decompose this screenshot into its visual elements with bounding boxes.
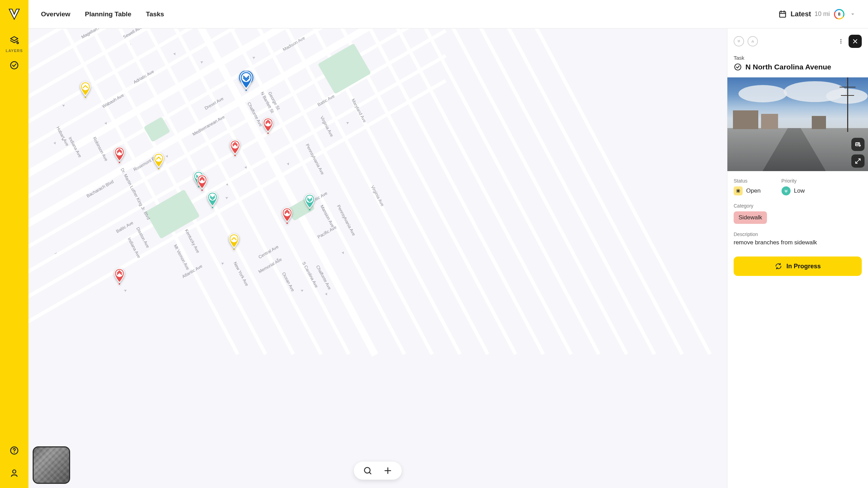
map-pin[interactable] — [228, 233, 240, 249]
photo-expand-button[interactable] — [851, 154, 865, 168]
svg-point-0 — [11, 62, 18, 69]
svg-rect-3 — [779, 11, 785, 17]
map-pin[interactable] — [114, 146, 125, 162]
description-label: Description — [734, 232, 862, 237]
photo-swap-button[interactable] — [851, 138, 865, 151]
next-task-button[interactable] — [748, 36, 758, 47]
layers-label: LAYERS — [6, 49, 23, 53]
tasks-layer-toggle[interactable] — [9, 60, 19, 70]
profile-icon[interactable] — [9, 468, 19, 478]
prev-task-button[interactable] — [734, 36, 744, 47]
calendar-icon — [778, 10, 787, 19]
description-text: remove branches from sidewalk — [734, 239, 862, 246]
nav-tabs: Overview Planning Table Tasks — [41, 10, 164, 18]
layers-icon[interactable] — [9, 35, 19, 45]
refresh-icon — [775, 262, 782, 270]
priority-value[interactable]: Low — [782, 186, 805, 195]
street-label: Pacific Ave — [317, 225, 337, 240]
map-pin[interactable] — [153, 153, 165, 168]
tab-planning-table[interactable]: Planning Table — [85, 10, 132, 18]
map-canvas[interactable]: ➤➤➤➤➤➤➤➤➤➤➤➤➤➤➤➤➤➤➤➤➤➤➤➤ Wabash AveAdria… — [28, 28, 727, 488]
category-chip[interactable]: Sidewalk — [734, 211, 767, 224]
in-progress-button[interactable]: In Progress — [734, 256, 862, 276]
top-header: Overview Planning Table Tasks Latest 10 … — [28, 0, 868, 28]
priority-icon — [782, 186, 791, 195]
status-value[interactable]: Open — [734, 186, 761, 195]
street-label: Virginia Ave — [370, 185, 385, 207]
chevron-down-icon[interactable] — [850, 11, 856, 17]
map-toolbar — [354, 462, 402, 480]
sidebar-rail: LAYERS — [0, 0, 28, 488]
svg-point-7 — [155, 154, 162, 162]
street-label: Baltic Ave — [115, 220, 134, 234]
status-icon — [734, 186, 743, 195]
svg-point-13 — [242, 73, 251, 82]
svg-point-12 — [240, 71, 252, 84]
svg-point-15 — [231, 235, 238, 242]
map-pin[interactable] — [239, 71, 253, 90]
task-section-label: Task — [734, 55, 862, 61]
street-label: Dr. Martin Luther King Jr. Blvd — [120, 167, 151, 220]
date-label: Latest — [791, 10, 811, 18]
tab-tasks[interactable]: Tasks — [146, 10, 164, 18]
task-detail-panel: Task N North Carolina Avenue — [727, 28, 868, 488]
main-area: Overview Planning Table Tasks Latest 10 … — [28, 0, 868, 488]
task-photo[interactable] — [727, 77, 868, 171]
map-pin[interactable] — [207, 192, 218, 207]
map-style-toggle[interactable] — [33, 446, 70, 484]
priority-label: Priority — [782, 178, 805, 184]
street-label: Kentucky Ave — [184, 228, 201, 254]
svg-point-21 — [841, 43, 842, 44]
task-count-badge[interactable]: 8 — [834, 9, 844, 19]
task-title: N North Carolina Avenue — [745, 63, 831, 71]
svg-point-20 — [841, 41, 842, 42]
map-pin[interactable] — [196, 174, 208, 190]
map-add-button[interactable] — [383, 466, 393, 476]
svg-point-22 — [735, 64, 741, 70]
category-label: Category — [734, 203, 862, 209]
map-pin[interactable] — [304, 194, 316, 209]
more-options-button[interactable] — [837, 36, 845, 47]
app-logo[interactable] — [7, 7, 22, 22]
map-search-button[interactable] — [363, 466, 373, 476]
map-pin[interactable] — [114, 268, 125, 283]
street-label: Hobart Ave — [56, 126, 70, 147]
map-pin[interactable] — [229, 140, 241, 155]
street-label: Indiana Ave — [127, 237, 142, 259]
help-icon[interactable] — [9, 446, 19, 455]
status-label: Status — [734, 178, 761, 184]
svg-point-19 — [841, 39, 842, 40]
task-status-icon — [734, 63, 742, 71]
close-panel-button[interactable] — [849, 35, 862, 48]
map-pin[interactable] — [281, 207, 293, 222]
map-pin[interactable] — [80, 81, 91, 96]
distance-label: 10 mi — [815, 10, 830, 18]
date-selector[interactable]: Latest 10 mi — [778, 10, 830, 19]
map-pin[interactable] — [262, 117, 274, 133]
tab-overview[interactable]: Overview — [41, 10, 70, 18]
svg-point-5 — [82, 83, 89, 90]
svg-point-2 — [12, 470, 16, 473]
